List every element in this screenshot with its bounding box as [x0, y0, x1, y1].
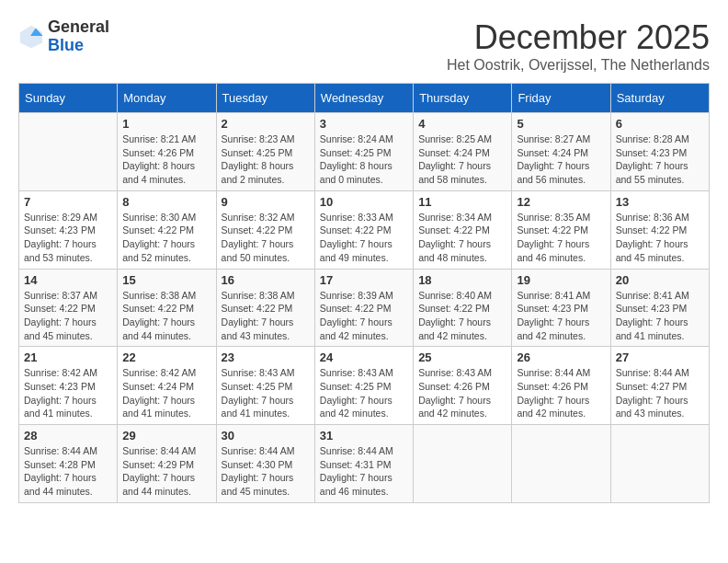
day-info: Sunrise: 8:24 AM Sunset: 4:25 PM Dayligh…	[320, 132, 408, 187]
calendar-cell: 2Sunrise: 8:23 AM Sunset: 4:25 PM Daylig…	[216, 113, 314, 191]
calendar-cell: 27Sunrise: 8:44 AM Sunset: 4:27 PM Dayli…	[610, 347, 709, 425]
day-number: 31	[320, 429, 408, 442]
day-number: 24	[320, 350, 408, 364]
calendar-cell: 13Sunrise: 8:36 AM Sunset: 4:22 PM Dayli…	[610, 190, 709, 269]
day-info: Sunrise: 8:41 AM Sunset: 4:23 PM Dayligh…	[517, 289, 605, 343]
month-title: December 2025	[447, 18, 710, 57]
day-number: 7	[24, 195, 112, 209]
day-number: 9	[222, 195, 310, 209]
week-row-1: 7Sunrise: 8:29 AM Sunset: 4:23 PM Daylig…	[19, 190, 710, 269]
week-row-0: 1Sunrise: 8:21 AM Sunset: 4:26 PM Daylig…	[19, 113, 710, 191]
header-day-thursday: Thursday	[414, 84, 512, 113]
calendar-cell: 18Sunrise: 8:40 AM Sunset: 4:22 PM Dayli…	[414, 269, 512, 347]
day-info: Sunrise: 8:37 AM Sunset: 4:22 PM Dayligh…	[24, 289, 112, 343]
logo: General Blue	[18, 18, 109, 55]
week-row-3: 21Sunrise: 8:42 AM Sunset: 4:23 PM Dayli…	[19, 347, 710, 425]
day-number: 25	[418, 350, 506, 364]
day-number: 2	[222, 117, 310, 131]
calendar-cell: 7Sunrise: 8:29 AM Sunset: 4:23 PM Daylig…	[19, 190, 118, 269]
day-info: Sunrise: 8:30 AM Sunset: 4:22 PM Dayligh…	[122, 211, 210, 265]
day-info: Sunrise: 8:42 AM Sunset: 4:24 PM Dayligh…	[122, 366, 210, 420]
day-info: Sunrise: 8:35 AM Sunset: 4:22 PM Dayligh…	[517, 211, 605, 265]
calendar-body: 1Sunrise: 8:21 AM Sunset: 4:26 PM Daylig…	[19, 113, 710, 503]
calendar-cell	[610, 425, 709, 503]
day-number: 1	[122, 117, 210, 131]
calendar-cell: 11Sunrise: 8:34 AM Sunset: 4:22 PM Dayli…	[414, 190, 512, 269]
day-info: Sunrise: 8:38 AM Sunset: 4:22 PM Dayligh…	[122, 289, 210, 343]
calendar-cell: 28Sunrise: 8:44 AM Sunset: 4:28 PM Dayli…	[19, 425, 118, 503]
calendar-cell: 15Sunrise: 8:38 AM Sunset: 4:22 PM Dayli…	[118, 269, 216, 347]
day-number: 26	[517, 350, 605, 364]
day-number: 29	[122, 429, 210, 442]
calendar-cell: 21Sunrise: 8:42 AM Sunset: 4:23 PM Dayli…	[19, 347, 118, 425]
calendar-cell: 25Sunrise: 8:43 AM Sunset: 4:26 PM Dayli…	[414, 347, 512, 425]
day-info: Sunrise: 8:29 AM Sunset: 4:23 PM Dayligh…	[24, 211, 112, 265]
calendar-cell: 9Sunrise: 8:32 AM Sunset: 4:22 PM Daylig…	[216, 190, 314, 269]
calendar-table: SundayMondayTuesdayWednesdayThursdayFrid…	[18, 83, 710, 503]
day-number: 12	[517, 195, 605, 209]
day-info: Sunrise: 8:44 AM Sunset: 4:29 PM Dayligh…	[122, 444, 210, 499]
day-info: Sunrise: 8:43 AM Sunset: 4:26 PM Dayligh…	[418, 366, 506, 420]
day-number: 5	[517, 117, 605, 131]
header-day-sunday: Sunday	[19, 84, 118, 113]
header-day-tuesday: Tuesday	[216, 84, 314, 113]
calendar-cell: 22Sunrise: 8:42 AM Sunset: 4:24 PM Dayli…	[118, 347, 216, 425]
day-number: 27	[616, 350, 704, 364]
day-number: 20	[616, 273, 704, 287]
day-info: Sunrise: 8:28 AM Sunset: 4:23 PM Dayligh…	[616, 132, 704, 187]
calendar-cell: 24Sunrise: 8:43 AM Sunset: 4:25 PM Dayli…	[314, 347, 413, 425]
day-info: Sunrise: 8:44 AM Sunset: 4:31 PM Dayligh…	[320, 444, 408, 499]
day-info: Sunrise: 8:39 AM Sunset: 4:22 PM Dayligh…	[320, 289, 408, 343]
day-number: 16	[222, 273, 310, 287]
day-info: Sunrise: 8:44 AM Sunset: 4:26 PM Dayligh…	[517, 366, 605, 420]
day-info: Sunrise: 8:21 AM Sunset: 4:26 PM Dayligh…	[122, 132, 210, 187]
day-info: Sunrise: 8:43 AM Sunset: 4:25 PM Dayligh…	[320, 366, 408, 420]
calendar-cell: 5Sunrise: 8:27 AM Sunset: 4:24 PM Daylig…	[512, 113, 610, 191]
day-info: Sunrise: 8:42 AM Sunset: 4:23 PM Dayligh…	[24, 366, 112, 420]
day-info: Sunrise: 8:36 AM Sunset: 4:22 PM Dayligh…	[616, 211, 704, 265]
day-number: 19	[517, 273, 605, 287]
day-info: Sunrise: 8:43 AM Sunset: 4:25 PM Dayligh…	[222, 366, 310, 420]
calendar-cell: 6Sunrise: 8:28 AM Sunset: 4:23 PM Daylig…	[610, 113, 709, 191]
day-info: Sunrise: 8:32 AM Sunset: 4:22 PM Dayligh…	[222, 211, 310, 265]
calendar-cell: 14Sunrise: 8:37 AM Sunset: 4:22 PM Dayli…	[19, 269, 118, 347]
day-number: 28	[24, 429, 112, 442]
logo-general-text: General	[48, 17, 109, 36]
calendar-cell: 20Sunrise: 8:41 AM Sunset: 4:23 PM Dayli…	[610, 269, 709, 347]
calendar-cell: 10Sunrise: 8:33 AM Sunset: 4:22 PM Dayli…	[314, 190, 413, 269]
calendar-cell	[512, 425, 610, 503]
calendar-cell	[414, 425, 512, 503]
day-info: Sunrise: 8:38 AM Sunset: 4:22 PM Dayligh…	[222, 289, 310, 343]
day-number: 4	[418, 117, 506, 131]
calendar-cell: 17Sunrise: 8:39 AM Sunset: 4:22 PM Dayli…	[314, 269, 413, 347]
day-number: 10	[320, 195, 408, 209]
day-number: 8	[122, 195, 210, 209]
day-number: 18	[418, 273, 506, 287]
day-number: 15	[122, 273, 210, 287]
calendar-cell: 31Sunrise: 8:44 AM Sunset: 4:31 PM Dayli…	[314, 425, 413, 503]
logo-blue-text: Blue	[48, 36, 84, 54]
header-row: SundayMondayTuesdayWednesdayThursdayFrid…	[19, 84, 710, 113]
calendar-cell: 8Sunrise: 8:30 AM Sunset: 4:22 PM Daylig…	[118, 190, 216, 269]
header-day-wednesday: Wednesday	[314, 84, 413, 113]
calendar-cell: 26Sunrise: 8:44 AM Sunset: 4:26 PM Dayli…	[512, 347, 610, 425]
day-info: Sunrise: 8:44 AM Sunset: 4:27 PM Dayligh…	[616, 366, 704, 420]
day-number: 30	[222, 429, 310, 442]
page-header: General Blue December 2025 Het Oostrik, …	[18, 18, 710, 74]
day-info: Sunrise: 8:27 AM Sunset: 4:24 PM Dayligh…	[517, 132, 605, 187]
day-number: 11	[418, 195, 506, 209]
day-number: 22	[122, 350, 210, 364]
calendar-cell: 23Sunrise: 8:43 AM Sunset: 4:25 PM Dayli…	[216, 347, 314, 425]
calendar-header: SundayMondayTuesdayWednesdayThursdayFrid…	[19, 84, 710, 113]
calendar-cell: 29Sunrise: 8:44 AM Sunset: 4:29 PM Dayli…	[118, 425, 216, 503]
header-day-saturday: Saturday	[610, 84, 709, 113]
calendar-cell: 12Sunrise: 8:35 AM Sunset: 4:22 PM Dayli…	[512, 190, 610, 269]
calendar-cell: 30Sunrise: 8:44 AM Sunset: 4:30 PM Dayli…	[216, 425, 314, 503]
day-info: Sunrise: 8:25 AM Sunset: 4:24 PM Dayligh…	[418, 132, 506, 187]
logo-icon	[18, 24, 44, 50]
day-number: 17	[320, 273, 408, 287]
day-info: Sunrise: 8:41 AM Sunset: 4:23 PM Dayligh…	[616, 289, 704, 343]
svg-marker-0	[20, 26, 42, 48]
calendar-cell: 16Sunrise: 8:38 AM Sunset: 4:22 PM Dayli…	[216, 269, 314, 347]
day-number: 23	[222, 350, 310, 364]
